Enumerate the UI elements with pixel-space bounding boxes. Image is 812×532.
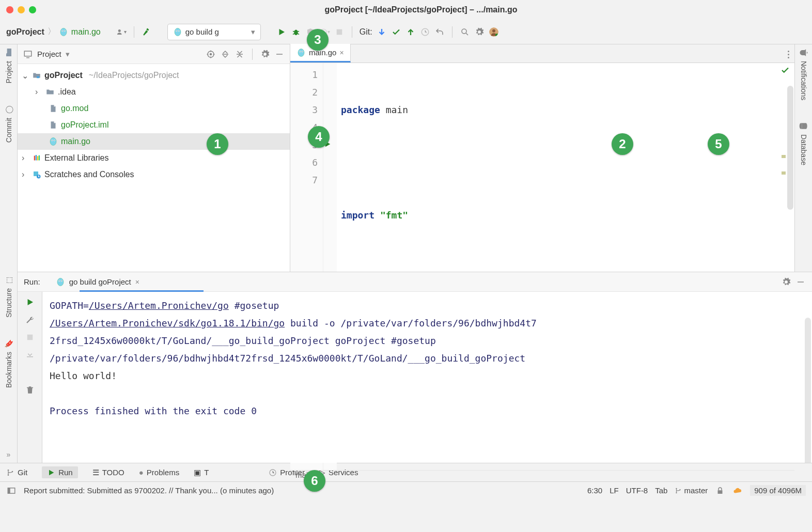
editor-breadcrumb-bar[interactable]: main() — [290, 470, 794, 479]
chevron-right-icon[interactable]: › — [35, 87, 42, 97]
indent-setting[interactable]: Tab — [655, 486, 667, 495]
build-button[interactable] — [142, 27, 152, 37]
chevron-down-icon[interactable]: ⌄ — [22, 71, 29, 81]
editor-scrollbar[interactable] — [787, 86, 793, 210]
edit-config-button[interactable] — [25, 315, 35, 325]
delete-config-button[interactable] — [25, 385, 35, 395]
status-message[interactable]: Report submitted: Submitted as 9700202. … — [24, 486, 274, 495]
run-button[interactable] — [276, 27, 287, 37]
editor-area: main.go × 1 2 3 4 5 6 7 package main — [290, 44, 794, 272]
structure-tool-tab[interactable]: Structure ⬚ — [4, 275, 14, 318]
problems-tool-tab[interactable]: ●Problems — [139, 468, 179, 477]
terminal-icon: ▣ — [194, 468, 201, 477]
hide-run-panel-button[interactable] — [795, 277, 806, 287]
run-tool-tab[interactable]: Run — [42, 466, 78, 478]
chevron-right-icon[interactable]: › — [22, 170, 29, 179]
project-panel-header: Project ▾ — [18, 44, 290, 64]
more-button[interactable]: » — [7, 450, 11, 459]
hide-panel-button[interactable] — [274, 49, 285, 59]
left-tool-strip-lower: Structure ⬚ Bookmarks 🔖 » — [0, 272, 18, 463]
settings-button[interactable] — [474, 27, 485, 37]
close-tab-button[interactable]: × — [339, 49, 343, 57]
project-panel-title[interactable]: Project — [37, 50, 61, 58]
git-history-button[interactable] — [420, 27, 430, 37]
search-everywhere-button[interactable] — [460, 27, 470, 37]
maximize-window-button[interactable] — [29, 6, 36, 13]
run-console-output[interactable]: GOPATH=/Users/Artem.Pronichev/go #gosetu… — [42, 292, 812, 463]
svg-point-40 — [492, 29, 495, 32]
callout-6: 6 — [304, 470, 325, 492]
user-icon[interactable]: ▾ — [116, 27, 127, 37]
close-run-tab-button[interactable]: × — [135, 278, 139, 286]
bookmarks-tool-tab[interactable]: Bookmarks 🔖 — [4, 338, 14, 388]
todo-tool-tab[interactable]: ☰TODO — [92, 468, 124, 477]
user-avatar[interactable] — [489, 27, 499, 37]
go-file-icon — [296, 48, 306, 57]
line-separator[interactable]: LF — [610, 486, 619, 495]
project-tool-tab[interactable]: Project — [4, 48, 14, 84]
database-tool-tab[interactable]: Database — [799, 121, 809, 165]
navigation-breadcrumb[interactable]: goProject 〉 main.go — [6, 26, 101, 37]
commit-icon: ◯ — [4, 104, 14, 115]
tool-window-toggle-button[interactable] — [6, 486, 17, 496]
tree-file-gomod[interactable]: go.mod — [18, 100, 290, 117]
git-branch-widget[interactable]: master — [675, 486, 708, 495]
callout-5: 5 — [708, 133, 729, 155]
run-tab-label[interactable]: go build goProject — [69, 277, 131, 286]
stop-run-button[interactable] — [25, 332, 35, 342]
scratches-icon — [32, 170, 41, 179]
git-update-button[interactable] — [377, 27, 387, 37]
breadcrumb-file[interactable]: main.go — [71, 27, 101, 37]
git-commit-button[interactable] — [391, 27, 401, 37]
collapse-all-button[interactable] — [235, 49, 245, 59]
git-push-button[interactable] — [405, 27, 416, 37]
more-tabs-button[interactable] — [788, 51, 789, 58]
left-tool-strip: Project Commit ◯ — [0, 44, 18, 272]
tree-root-path: ~/IdeaProjects/goProject — [89, 71, 179, 80]
run-scrollbar[interactable] — [805, 318, 811, 463]
caret-position[interactable]: 6:30 — [587, 486, 602, 495]
run-panel-header: Run: go build goProject × — [18, 272, 812, 292]
tree-external-libs[interactable]: › External Libraries — [18, 150, 290, 166]
inspection-ok-icon[interactable] — [780, 65, 790, 75]
sync-icon[interactable] — [732, 486, 743, 496]
run-configuration-selector[interactable]: go build g ▾ — [167, 24, 261, 40]
scroll-marker — [782, 171, 786, 175]
tree-file-iml[interactable]: goProject.iml — [18, 117, 290, 133]
libraries-icon — [32, 153, 41, 163]
tree-scratches[interactable]: › Scratches and Consoles — [18, 166, 290, 183]
screen-icon — [23, 49, 33, 59]
tree-root[interactable]: ⌄ goProject ~/IdeaProjects/goProject — [18, 67, 290, 84]
git-tool-tab[interactable]: Git — [6, 468, 27, 477]
tree-file-maingo[interactable]: main.go — [18, 133, 290, 150]
bookmark-icon: 🔖 — [4, 338, 14, 349]
expand-all-button[interactable] — [220, 49, 230, 59]
go-file-icon — [173, 27, 182, 37]
project-tree[interactable]: ⌄ goProject ~/IdeaProjects/goProject › .… — [18, 64, 290, 186]
folder-icon — [45, 87, 55, 97]
stop-button[interactable] — [334, 27, 345, 37]
dump-threads-button[interactable] — [25, 350, 35, 360]
chevron-down-icon: ▾ — [251, 27, 255, 37]
lock-icon[interactable] — [715, 486, 725, 496]
run-panel-settings-button[interactable] — [781, 277, 791, 287]
panel-settings-button[interactable] — [260, 49, 270, 59]
go-file-icon — [56, 277, 65, 287]
memory-indicator[interactable]: 909 of 4096M — [750, 485, 806, 496]
scroll-marker — [782, 155, 786, 158]
rerun-button[interactable] — [25, 297, 35, 307]
folder-icon — [4, 48, 14, 58]
window-titlebar: goProject [~/IdeaProjects/goProject] – .… — [0, 0, 812, 20]
file-encoding[interactable]: UTF-8 — [626, 486, 648, 495]
commit-tool-tab[interactable]: Commit ◯ — [4, 104, 14, 143]
chevron-down-icon[interactable]: ▾ — [66, 50, 70, 59]
git-rollback-button[interactable] — [434, 27, 445, 37]
minimize-window-button[interactable] — [18, 6, 25, 13]
run-tool-window: Run: go build goProject × — [18, 272, 812, 463]
chevron-right-icon[interactable]: › — [22, 153, 29, 163]
tree-folder-idea[interactable]: › .idea — [18, 84, 290, 100]
select-opened-file-button[interactable] — [206, 49, 216, 59]
callout-2: 2 — [612, 133, 633, 155]
debug-button[interactable] — [291, 27, 301, 37]
terminal-tool-tab[interactable]: ▣T — [194, 468, 209, 477]
